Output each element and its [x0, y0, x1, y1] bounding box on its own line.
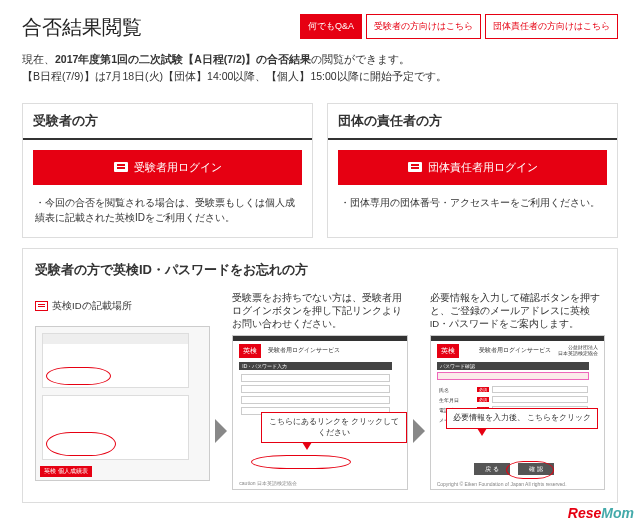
examinee-link-button[interactable]: 受験者の方向けはこちら: [366, 14, 481, 39]
qa-button[interactable]: 何でもQ&A: [300, 14, 362, 39]
thumb3-back-btn: 戻 る: [474, 463, 510, 475]
arrow-icon: [214, 291, 228, 491]
intro-2: 【B日程(7/9)】は7月18日(火)【団体】14:00以降、【個人】15:00…: [22, 68, 618, 85]
examinee-note: 今回の合否を閲覧される場合は、受験票もしくは個人成績表に記載された英検IDをご利…: [23, 195, 312, 237]
login-card-icon: [114, 162, 128, 172]
intro-1c: の閲覧ができます。: [311, 53, 410, 65]
group-note: 団体専用の団体番号・アクセスキーをご利用ください。: [328, 195, 617, 222]
page-title: 合否結果閲覧: [22, 14, 142, 41]
login-card-icon: [408, 162, 422, 172]
group-login-button[interactable]: 団体責任者用ログイン: [338, 150, 607, 185]
group-column: 団体の責任者の方 団体責任者用ログイン 団体専用の団体番号・アクセスキーをご利用…: [327, 103, 618, 238]
thumb2-logo: 英検: [239, 344, 261, 358]
step2-thumbnail: 英検 受験者用ログインサービス ID・パスワード入力 こちらにあるリンクを クリ…: [232, 335, 407, 490]
thumb3-logo: 英検: [437, 344, 459, 358]
intro-1a: 現在、: [22, 53, 55, 65]
thumb2-callout: こちらにあるリンクを クリックしてください: [261, 412, 406, 443]
step3-thumbnail: 英検 受験者用ログインサービス 公益財団法人 日本英語検定協会 パスワード確認 …: [430, 335, 605, 490]
examinee-login-button[interactable]: 受験者用ログイン: [33, 150, 302, 185]
watermark: ReseMom: [568, 505, 634, 521]
group-login-label: 団体責任者用ログイン: [428, 160, 538, 175]
forgot-step-3: 必要情報を入力して確認ボタンを押すと、ご登録のメールアドレスに英検ID・パスワー…: [430, 291, 605, 491]
top-button-group: 何でもQ&A 受験者の方向けはこちら 団体責任者の方向けはこちら: [300, 14, 618, 39]
step1-thumbnail: 英検 個人成績表: [35, 326, 210, 481]
thumb3-callout: 必要情報を入力後、 こちらをクリック: [446, 408, 598, 428]
thumb2-title: 受験者用ログインサービス: [268, 346, 340, 355]
thumb1-tag: 英検 個人成績表: [40, 466, 92, 477]
document-icon: [35, 301, 48, 311]
group-heading: 団体の責任者の方: [328, 104, 617, 140]
arrow-icon: [412, 291, 426, 491]
thumb3-title: 受験者用ログインサービス: [479, 346, 551, 355]
thumb2-bar: ID・パスワード入力: [239, 362, 392, 370]
thumb3-bar: パスワード確認: [437, 362, 590, 370]
step2-label: 受験票をお持ちでない方は、受験者用ログインボタンを押し下記リンクよりお問い合わせ…: [232, 291, 407, 331]
step1-label: 英検IDの記載場所: [52, 299, 132, 312]
forgot-step-1: 英検IDの記載場所 英検 個人成績表: [35, 291, 210, 491]
examinee-heading: 受験者の方: [23, 104, 312, 140]
examinee-column: 受験者の方 受験者用ログイン 今回の合否を閲覧される場合は、受験票もしくは個人成…: [22, 103, 313, 238]
group-link-button[interactable]: 団体責任者の方向けはこちら: [485, 14, 618, 39]
forgot-step-2: 受験票をお持ちでない方は、受験者用ログインボタンを押し下記リンクよりお問い合わせ…: [232, 291, 407, 491]
intro-1b: 2017年度第1回の二次試験【A日程(7/2)】の合否結果: [55, 53, 311, 65]
forgot-section: 受験者の方で英検ID・パスワードをお忘れの方 英検IDの記載場所 英検 個人成績…: [22, 248, 618, 504]
intro-text: 現在、2017年度第1回の二次試験【A日程(7/2)】の合否結果の閲覧ができます…: [22, 51, 618, 85]
examinee-login-label: 受験者用ログイン: [134, 160, 222, 175]
watermark-rese: Rese: [568, 505, 601, 521]
thumb3-right2: 日本英語検定協会: [558, 350, 598, 356]
watermark-mom: Mom: [601, 505, 634, 521]
step3-label: 必要情報を入力して確認ボタンを押すと、ご登録のメールアドレスに英検ID・パスワー…: [430, 291, 605, 331]
forgot-title: 受験者の方で英検ID・パスワードをお忘れの方: [35, 261, 605, 279]
